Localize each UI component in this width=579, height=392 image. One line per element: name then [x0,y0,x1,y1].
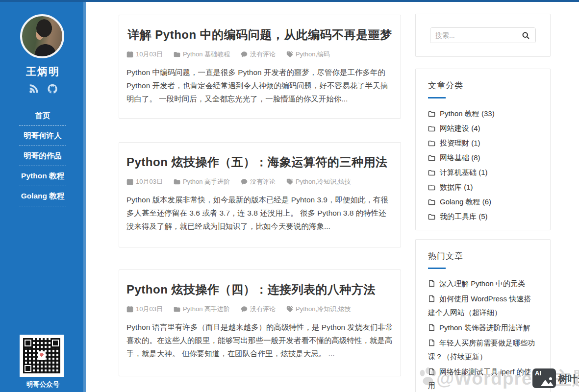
folder-icon [174,306,180,313]
post-excerpt: Python 版本发展非常快，如今最新的版本已经是 Pyhton 3.9，即便如… [126,193,393,233]
post-excerpt: Python 中编码问题，一直是很多 Python 开发者的噩梦，尽管你是工作多… [126,66,393,105]
tags-icon [286,51,293,58]
category-item[interactable]: Golang 教程 (6) [428,195,538,209]
search-icon [522,31,530,40]
file-icon [428,280,435,287]
folder-outline-icon [428,154,435,162]
folder-outline-icon [428,184,435,191]
folder-outline-icon [428,125,435,132]
github-icon[interactable] [47,83,58,96]
category-item[interactable]: Python 教程 (33) [428,106,538,121]
post-meta: 10月03日 Python 基础教程 没有评论 Python,编码 [126,50,393,59]
post-tags[interactable]: Python,冷知识,炫技 [286,177,351,186]
post-card: Python 炫技操作（四）：连接列表的八种方法 10月03日 Python 高… [119,270,401,376]
folder-outline-icon [428,140,435,147]
calendar-icon [126,306,133,313]
popular-list: 深入理解 Python 中的元类 如何使用 WordPress 快速搭建个人网站… [428,277,538,392]
title-underline [428,97,446,98]
file-icon [428,295,435,302]
post-excerpt: Python 语言里有许多（而且是越来越多）的高级特性，是 Python 发烧友… [126,320,393,360]
post-date: 10月03日 [126,305,163,314]
popular-item[interactable]: Python 装饰器进阶用法详解 [428,321,538,335]
tags-icon [286,178,293,185]
popular-item[interactable]: 年轻人买房前需要做足哪些功课？（持续更新） [428,336,538,364]
post-list: 详解 Python 中的编码问题，从此编码不再是噩梦 10月03日 Python… [119,15,401,376]
post-tags[interactable]: Python,冷知识,炫技 [286,305,351,314]
comment-icon [241,51,248,58]
folder-icon [174,51,180,58]
popular-item[interactable]: 深入理解 Python 中的元类 [428,277,538,291]
categories-widget: 文章分类 Python 教程 (33) 网站建设 (4) 投资理财 (1) 网络… [415,69,551,230]
post-meta: 10月03日 Python 高手进阶 没有评论 Python,冷知识,炫技 [126,305,393,314]
post-title[interactable]: Python 炫技操作（四）：连接列表的八种方法 [126,282,393,297]
category-item[interactable]: 我的工具库 (5) [428,209,538,224]
search-input[interactable] [430,28,516,43]
post-comments[interactable]: 没有评论 [241,305,276,314]
file-icon [428,324,435,331]
post-comments[interactable]: 没有评论 [241,177,276,186]
post-category[interactable]: Python 高手进阶 [174,177,230,186]
page: 王炳明 首页 明哥何许人 明哥的作品 Python 教程 Golang 教程 明… [0,0,579,392]
file-icon [428,368,435,375]
popular-item[interactable]: 网络性能测试工具 iperf 的使用 [428,365,538,392]
post-comments[interactable]: 没有评论 [241,50,276,59]
post-card: Python 炫技操作（五）：海象运算符的三种用法 10月03日 Python … [119,142,401,247]
calendar-icon [126,178,133,185]
nav-item-about[interactable]: 明哥何许人 [19,126,66,146]
nav-item-home[interactable]: 首页 [19,106,66,126]
search-button[interactable] [516,28,535,43]
widget-title: 文章分类 [428,80,538,91]
sidebar-nav: 首页 明哥何许人 明哥的作品 Python 教程 Golang 教程 [19,106,66,206]
post-meta: 10月03日 Python 高手进阶 没有评论 Python,冷知识,炫技 [126,177,393,186]
comment-icon [241,178,248,185]
post-card: 详解 Python 中的编码问题，从此编码不再是噩梦 10月03日 Python… [119,15,401,119]
left-sidebar: 王炳明 首页 明哥何许人 明哥的作品 Python 教程 Golang 教程 明… [0,0,86,392]
nav-item-works[interactable]: 明哥的作品 [19,146,66,166]
title-underline [428,268,446,269]
folder-outline-icon [428,213,435,220]
file-icon [428,339,435,346]
nav-item-golang[interactable]: Golang 教程 [19,186,66,206]
category-item[interactable]: 计算机基础 (1) [428,165,538,180]
avatar[interactable] [20,14,64,58]
folder-outline-icon [428,110,435,118]
comment-icon [241,306,248,313]
category-list: Python 教程 (33) 网站建设 (4) 投资理财 (1) 网络基础 (8… [428,106,538,224]
category-item[interactable]: 投资理财 (1) [428,136,538,150]
qr-code [20,335,64,377]
social-links [0,83,86,96]
post-category[interactable]: Python 高手进阶 [174,305,230,314]
qr-label: 明哥公众号 [0,380,86,389]
post-title[interactable]: 详解 Python 中的编码问题，从此编码不再是噩梦 [126,27,393,43]
top-accent-strip [0,0,579,2]
popular-posts-widget: 热门文章 深入理解 Python 中的元类 如何使用 WordPress 快速搭… [415,239,551,392]
folder-outline-icon [428,169,435,176]
folder-outline-icon [428,198,435,206]
tags-icon [286,306,293,313]
post-title[interactable]: Python 炫技操作（五）：海象运算符的三种用法 [126,154,393,170]
category-item[interactable]: 网络基础 (8) [428,150,538,165]
popular-item[interactable]: 如何使用 WordPress 快速搭建个人网站（超详细） [428,292,538,319]
widget-title: 热门文章 [428,250,538,262]
post-category[interactable]: Python 基础教程 [174,50,230,59]
post-date: 10月03日 [126,50,163,59]
post-date: 10月03日 [126,177,163,186]
rss-icon[interactable] [28,83,39,96]
profile-name: 王炳明 [0,65,86,78]
watermark-brand: 树叶云 [558,372,579,386]
post-tags[interactable]: Python,编码 [286,50,330,59]
search-widget [415,14,551,57]
category-item[interactable]: 数据库 (1) [428,180,538,195]
category-item[interactable]: 网站建设 (4) [428,121,538,136]
nav-item-python[interactable]: Python 教程 [19,166,66,186]
folder-icon [174,178,180,185]
right-sidebar: 文章分类 Python 教程 (33) 网站建设 (4) 投资理财 (1) 网络… [415,14,551,392]
calendar-icon [126,51,133,58]
